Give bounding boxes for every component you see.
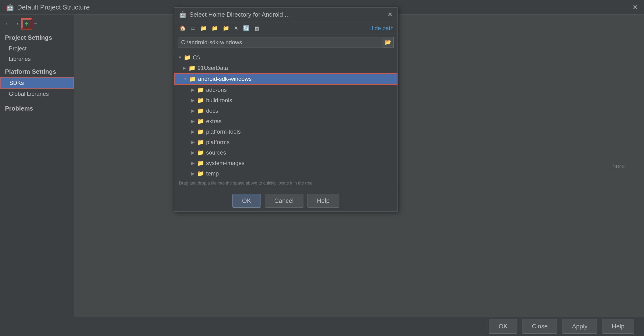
remove-button[interactable]: −: [33, 20, 38, 28]
tree-item-platform-tools[interactable]: ▶ 📁 platform-tools: [174, 126, 398, 137]
tree-label-platform-tools: platform-tools: [206, 128, 240, 135]
tree-label-temp: temp: [206, 170, 219, 177]
forward-button[interactable]: →: [13, 20, 20, 28]
dialog-cancel-button[interactable]: Cancel: [265, 194, 304, 208]
bottom-bar: OK Close Apply Help: [0, 317, 644, 336]
tree-arrow-root: ▼: [178, 55, 182, 60]
folder-icon-platforms: 📁: [197, 139, 204, 146]
folder-icon-system-images: 📁: [197, 160, 204, 166]
tree-label-docs: docs: [206, 107, 218, 114]
tree-label-extras: extras: [206, 118, 222, 125]
sidebar-item-global-libraries[interactable]: Global Libraries: [0, 89, 74, 99]
tree-item-docs[interactable]: ▶ 📁 docs: [174, 106, 398, 116]
select-directory-dialog: 🤖 Select Home Directory for Android ... …: [174, 7, 398, 212]
folder-icon-91userdata: 📁: [188, 65, 196, 71]
tree-item-build-tools[interactable]: ▶ 📁 build-tools: [174, 95, 398, 106]
tree-arrow-sources: ▶: [191, 150, 195, 155]
sidebar-item-libraries[interactable]: Libraries: [0, 54, 74, 64]
tree-item-add-ons[interactable]: ▶ 📁 add-ons: [174, 85, 398, 95]
window-close-button[interactable]: ✕: [632, 3, 638, 11]
tree-label-91userdata: 91UserData: [198, 65, 228, 71]
folder-icon-root: 📁: [184, 54, 191, 61]
tree-label-add-ons: add-ons: [206, 86, 227, 93]
back-button[interactable]: ←: [4, 20, 11, 28]
folder-edit-button[interactable]: 📁: [221, 24, 230, 32]
tree-arrow-extras: ▶: [191, 119, 195, 124]
tree-label-platforms: platforms: [206, 139, 230, 146]
dialog-toolbar: 🏠 ▭ 📁 📁 📁 ✕ 🔄 ▦ Hide path: [174, 22, 398, 35]
sidebar-item-project[interactable]: Project: [0, 43, 74, 54]
folder-icon-extras: 📁: [197, 118, 204, 125]
hint-text: here: [612, 162, 625, 170]
dialog-ok-button[interactable]: OK: [232, 194, 261, 208]
tree-arrow-temp: ▶: [191, 171, 195, 176]
directory-tree: ▼ 📁 C:\ ▶ 📁 91UserData ▼ 📁 android-sdk-w…: [174, 50, 398, 190]
tree-arrow-91userdata: ▶: [183, 65, 186, 71]
app-icon: 🤖: [6, 3, 14, 11]
folder-icon-android-sdk: 📁: [189, 76, 196, 82]
dialog-title: Select Home Directory for Android ...: [190, 11, 290, 18]
refresh-button[interactable]: 🔄: [242, 24, 251, 32]
tree-root-label: C:\: [193, 54, 200, 61]
tree-label-sources: sources: [206, 149, 226, 156]
dialog-close-button[interactable]: ✕: [388, 11, 393, 18]
tree-item-temp[interactable]: ▶ 📁 temp: [174, 168, 398, 179]
ok-button[interactable]: OK: [489, 319, 518, 334]
folder-up-button[interactable]: 📁: [210, 24, 220, 32]
tree-arrow-android-sdk: ▼: [183, 77, 187, 81]
title-bar-left: 🤖 Default Project Structure: [6, 3, 90, 11]
tree-arrow-system-images: ▶: [191, 161, 195, 166]
dialog-path-row: 📂: [174, 35, 398, 50]
main-window: 🤖 Default Project Structure ✕ ← → + − Pr…: [0, 0, 644, 336]
help-button[interactable]: Help: [602, 319, 634, 334]
dialog-icon: 🤖: [179, 11, 186, 18]
folder-icon-docs: 📁: [197, 107, 204, 114]
folder-icon-sources: 📁: [197, 149, 204, 156]
close-button[interactable]: Close: [522, 319, 557, 334]
dialog-help-button[interactable]: Help: [307, 194, 339, 208]
tree-item-android-sdk[interactable]: ▼ 📁 android-sdk-windows: [174, 73, 398, 85]
hide-path-button[interactable]: Hide path: [369, 25, 394, 32]
path-input[interactable]: [178, 37, 382, 48]
dialog-title-left: 🤖 Select Home Directory for Android ...: [179, 11, 290, 18]
window-title: Default Project Structure: [17, 3, 90, 11]
tree-item-extras[interactable]: ▶ 📁 extras: [174, 116, 398, 126]
platform-settings-label: Platform Settings: [0, 64, 74, 77]
tree-label-android-sdk: android-sdk-windows: [198, 76, 252, 82]
project-settings-label: Project Settings: [0, 32, 74, 43]
tree-root[interactable]: ▼ 📁 C:\: [174, 52, 398, 63]
home-icon-button[interactable]: 🏠: [178, 24, 187, 32]
tree-arrow-platforms: ▶: [191, 140, 195, 145]
tree-item-system-images[interactable]: ▶ 📁 system-images: [174, 158, 398, 168]
dialog-title-bar: 🤖 Select Home Directory for Android ... …: [174, 7, 398, 22]
browse-button[interactable]: 📂: [382, 37, 394, 47]
desktop-icon-button[interactable]: ▭: [189, 24, 197, 32]
delete-button[interactable]: ✕: [232, 24, 240, 32]
tree-arrow-docs: ▶: [191, 108, 195, 113]
tree-arrow-platform-tools: ▶: [191, 129, 195, 134]
folder-new-button[interactable]: 📁: [199, 24, 208, 32]
sidebar-item-sdks[interactable]: SDKs: [0, 77, 74, 89]
drag-hint: Drag and drop a file into the space abov…: [174, 179, 398, 188]
problems-label: Problems: [0, 99, 74, 114]
tree-item-91userdata[interactable]: ▶ 📁 91UserData: [174, 63, 398, 73]
view-button[interactable]: ▦: [253, 24, 260, 32]
add-sdk-button[interactable]: +: [22, 19, 31, 28]
dialog-buttons: OK Cancel Help: [174, 190, 398, 211]
tree-arrow-add-ons: ▶: [191, 87, 195, 92]
sidebar: ← → + − Project Settings Project Librari…: [0, 14, 74, 317]
tree-label-system-images: system-images: [206, 160, 244, 166]
sidebar-toolbar: ← → + −: [0, 19, 74, 32]
tree-item-platforms[interactable]: ▶ 📁 platforms: [174, 137, 398, 147]
folder-icon-build-tools: 📁: [197, 97, 204, 104]
tree-item-sources[interactable]: ▶ 📁 sources: [174, 147, 398, 158]
folder-icon-platform-tools: 📁: [197, 128, 204, 135]
folder-icon-add-ons: 📁: [197, 86, 204, 93]
apply-button[interactable]: Apply: [562, 319, 597, 334]
tree-arrow-build-tools: ▶: [191, 98, 195, 103]
tree-label-build-tools: build-tools: [206, 97, 232, 104]
folder-icon-temp: 📁: [197, 170, 204, 177]
